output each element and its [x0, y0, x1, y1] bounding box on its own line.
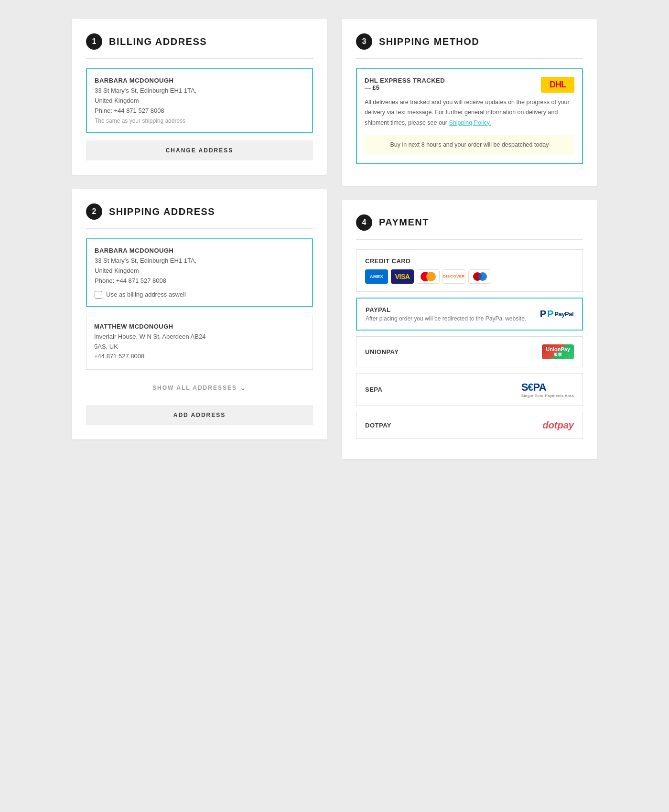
- dhl-name: DHL EXPRESS TRACKED: [365, 77, 445, 84]
- credit-card-option[interactable]: CREDIT CARD AMEX VISA DISCOVER: [356, 249, 583, 292]
- shipping-address-divider: [86, 228, 313, 229]
- billing-header: 1 BILLING ADDRESS: [86, 33, 313, 50]
- shipping-method-divider: [356, 58, 583, 59]
- billing-divider: [86, 58, 313, 59]
- billing-line1: 33 St Mary's St, Edinburgh EH1 1TA,: [95, 86, 304, 96]
- credit-card-content: CREDIT CARD AMEX VISA DISCOVER: [365, 257, 491, 284]
- chevron-down-icon: ⌄: [240, 384, 247, 392]
- shipping-phone-1: Phone: +44 871 527 8008: [95, 276, 304, 286]
- billing-address-box: BARBARA MCDONOUGH 33 St Mary's St, Edinb…: [86, 68, 313, 133]
- maestro-icon: [468, 269, 491, 284]
- payment-step-badge: 4: [356, 214, 372, 231]
- dhl-option-box[interactable]: DHL EXPRESS TRACKED — £5 DHL All deliver…: [356, 68, 583, 164]
- add-address-button[interactable]: ADD ADDRESS: [86, 405, 313, 425]
- billing-line2: United Kingdom: [95, 96, 304, 106]
- dotpay-label: DOTPAY: [365, 422, 391, 429]
- billing-same-label: Use as billing address aswell: [106, 291, 186, 298]
- shipping-address-card: 2 SHIPPING ADDRESS BARBARA MCDONOUGH 33 …: [72, 189, 327, 439]
- shipping-line2-2: 5AS, UK: [94, 342, 305, 352]
- credit-card-label: CREDIT CARD: [365, 257, 491, 265]
- unionpay-option[interactable]: UNIONPAY UnionPay 银联: [356, 336, 583, 367]
- amex-icon: AMEX: [365, 269, 388, 284]
- payment-header: 4 PAYMENT: [356, 214, 583, 231]
- billing-address-card: 1 BILLING ADDRESS BARBARA MCDONOUGH 33 S…: [72, 19, 327, 175]
- shipping-method-step-badge: 3: [356, 33, 372, 50]
- paypal-logo: PPPayPal: [540, 309, 573, 320]
- billing-same-checkbox[interactable]: [95, 291, 102, 299]
- shipping-name-2: MATTHEW MCDONOUGH: [94, 323, 305, 330]
- billing-phone: Phine: +44 871 527 8008: [95, 106, 304, 116]
- shipping-name-1: BARBARA MCDONOUGH: [95, 247, 304, 254]
- paypal-option[interactable]: PAYPAL After placing order you will be r…: [356, 298, 583, 331]
- dhl-option-header: DHL EXPRESS TRACKED — £5 DHL: [365, 77, 574, 93]
- billing-title: BILLING ADDRESS: [109, 36, 207, 47]
- payment-title: PAYMENT: [379, 217, 429, 228]
- shipping-address-header: 2 SHIPPING ADDRESS: [86, 203, 313, 220]
- paypal-content: PAYPAL After placing order you will be r…: [366, 306, 526, 322]
- billing-name: BARBARA MCDONOUGH: [95, 77, 304, 84]
- change-address-button[interactable]: CHANGE ADDRESS: [86, 140, 313, 160]
- sepa-option[interactable]: SEPA S€PA Single Euro Payments Area: [356, 373, 583, 406]
- mastercard-icon: [417, 269, 440, 284]
- shipping-address-title: SHIPPING ADDRESS: [109, 206, 215, 217]
- dhl-description: All deliveries are tracked and you will …: [365, 97, 574, 128]
- shipping-method-title: SHIPPING METHOD: [379, 36, 479, 47]
- shipping-address-box-2[interactable]: MATTHEW MCDONOUGH Inverlair House, W N S…: [86, 315, 313, 370]
- shipping-method-header: 3 SHIPPING METHOD: [356, 33, 583, 50]
- visa-icon: VISA: [391, 269, 414, 284]
- paypal-sub: After placing order you will be redirect…: [366, 315, 526, 322]
- shipping-policy-link[interactable]: Shipping Policy.: [449, 119, 491, 126]
- shipping-address-step-badge: 2: [86, 203, 102, 220]
- shipping-method-card: 3 SHIPPING METHOD DHL EXPRESS TRACKED — …: [342, 19, 597, 186]
- payment-card: 4 PAYMENT CREDIT CARD AMEX VISA: [342, 200, 597, 459]
- show-all-addresses-button[interactable]: SHOW ALL ADDRESSES ⌄: [86, 377, 313, 398]
- shipping-line2-1: United Kingdom: [95, 266, 304, 276]
- dhl-price: — £5: [365, 84, 445, 91]
- sepa-logo: S€PA Single Euro Payments Area: [521, 381, 574, 398]
- billing-note: The same as your shipping address: [95, 118, 304, 124]
- dhl-logo: DHL: [541, 77, 574, 93]
- unionpay-logo: UnionPay 银联: [542, 344, 574, 359]
- show-all-label: SHOW ALL ADDRESSES: [152, 385, 237, 391]
- card-icons-row: AMEX VISA DISCOVER: [365, 269, 491, 284]
- shipping-address-box-1: BARBARA MCDONOUGH 33 St Mary's St, Edinb…: [86, 238, 313, 307]
- shipping-phone-2: +44 871 527 8008: [94, 352, 305, 362]
- unionpay-label: UNIONPAY: [365, 348, 399, 355]
- dhl-info: DHL EXPRESS TRACKED — £5: [365, 77, 445, 91]
- billing-step-badge: 1: [86, 33, 102, 50]
- dotpay-option[interactable]: DOTPAY dotpay: [356, 412, 583, 439]
- dotpay-logo: dotpay: [542, 420, 574, 431]
- payment-divider: [356, 239, 583, 240]
- shipping-line1-1: 33 St Mary's St, Edinburgh EH1 1TA,: [95, 256, 304, 266]
- shipping-line1-2: Inverlair House, W N St, Aberdeen AB24: [94, 332, 305, 342]
- shipping-notice: Buy in next 8 hours and your order will …: [365, 135, 574, 155]
- billing-same-checkbox-row: Use as billing address aswell: [95, 291, 304, 299]
- discover-icon: DISCOVER: [442, 269, 465, 284]
- paypal-label: PAYPAL: [366, 306, 526, 313]
- sepa-label: SEPA: [365, 386, 382, 393]
